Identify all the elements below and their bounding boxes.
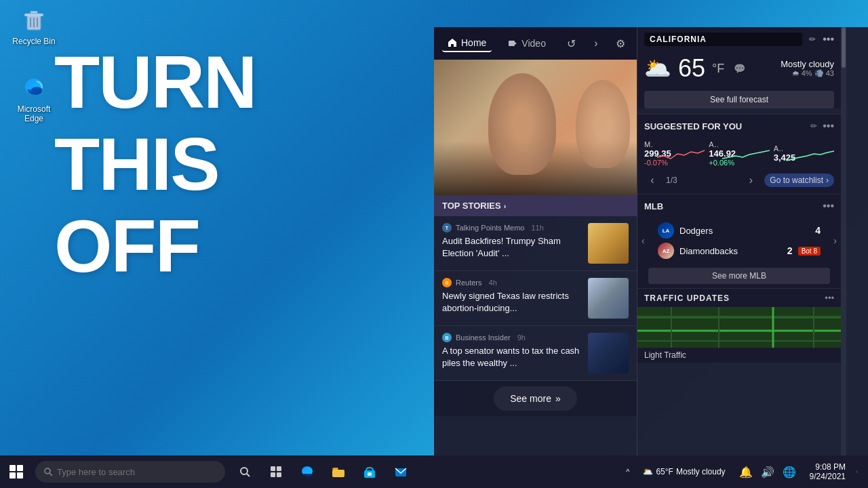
watchlist-arrow-icon: › xyxy=(826,176,829,185)
stock-name-amzn: AMA... xyxy=(774,144,783,152)
forward-button[interactable]: › xyxy=(587,34,606,53)
ms-edge-icon[interactable]: Microsoft Edge xyxy=(7,75,61,123)
stocks-next-button[interactable]: › xyxy=(743,172,759,188)
taskbar-date: 9/24/2021 xyxy=(810,472,846,481)
story-content-3: B Business Insider 9h A top senator want… xyxy=(442,333,581,369)
traffic-status: Light Traffic xyxy=(637,348,841,363)
see-more-button[interactable]: See more » xyxy=(494,386,577,411)
tray-speaker-icon[interactable]: 🔊 xyxy=(758,464,777,480)
taskbar-store-button[interactable] xyxy=(355,458,384,486)
recycle-bin-label: Recycle Bin xyxy=(12,37,55,46)
svg-rect-24 xyxy=(277,472,281,477)
story-source-row-2: R Reuters 4h xyxy=(442,278,581,287)
taskbar-weather-icon: 🌥️ xyxy=(643,467,653,476)
stock-item-amzn[interactable]: AMA... 3,425 xyxy=(774,144,783,163)
weather-desc: Mostly cloudy 🌧 4% 💨 43 xyxy=(781,59,834,78)
taskbar-clock[interactable]: 9:08 PM 9/24/2021 xyxy=(804,460,851,484)
story-source-1: Talking Points Memo xyxy=(456,224,525,232)
traffic-more-button[interactable]: ••• xyxy=(825,293,834,303)
panel-header-actions: ↺ › ⚙ xyxy=(562,34,630,53)
stock-item-msft[interactable]: MICROSOFT ... 299.35 -0.07% xyxy=(644,140,653,167)
traffic-map[interactable] xyxy=(637,307,841,348)
taskbar-explorer-button[interactable] xyxy=(324,458,353,486)
mlb-more-button[interactable]: ••• xyxy=(823,200,834,212)
taskbar-weather[interactable]: 🌥️ 65°F Mostly cloudy xyxy=(637,464,730,479)
tpm-source-dot: T xyxy=(442,223,452,232)
taskbar-temp: 65°F xyxy=(656,467,673,476)
tray-notification-icon[interactable]: 🔔 xyxy=(736,464,755,480)
stock-item-aapl[interactable]: APPLE INC. 146.92 +0.06% xyxy=(709,140,717,167)
weather-detail: 🌧 4% 💨 43 xyxy=(781,69,834,78)
weather-edit-button[interactable]: ✏ xyxy=(805,33,820,45)
stocks-title: SUGGESTED FOR YOU xyxy=(644,121,810,131)
settings-button[interactable]: ⚙ xyxy=(611,34,630,53)
main-news-card[interactable]: CNN 56 mins Two Canadians imprisoned by … xyxy=(434,60,637,195)
desktop-text-line2: THIS xyxy=(54,123,256,205)
tab-home[interactable]: Home xyxy=(442,35,492,52)
story-time-3: 9h xyxy=(517,333,526,342)
recycle-bin-image xyxy=(20,7,47,34)
taskbar-search[interactable] xyxy=(35,461,225,483)
mlb-prev-button[interactable]: ‹ xyxy=(637,232,649,249)
stocks-edit-button[interactable]: ✏ xyxy=(810,121,817,131)
story-content-1: T Talking Points Memo 11h Audit Backfire… xyxy=(442,223,581,260)
show-desktop-button[interactable] xyxy=(856,470,863,473)
story-item-3[interactable]: B Business Insider 9h A top senator want… xyxy=(434,326,637,381)
news-feed: Home Video ↺ › ⚙ CNN xyxy=(434,27,637,461)
taskbar-tray-icons: ^ xyxy=(623,466,632,477)
dbacks-score: 2 xyxy=(787,245,793,256)
story-title-2: Newly signed Texas law restricts abortio… xyxy=(442,290,581,314)
start-button[interactable] xyxy=(0,455,33,488)
stocks-widget: SUGGESTED FOR YOU ✏ ••• MICROSOFT ... 29… xyxy=(637,114,841,194)
news-panel: Home Video ↺ › ⚙ CNN xyxy=(434,27,868,461)
search-icon xyxy=(43,467,53,476)
refresh-button[interactable]: ↺ xyxy=(562,34,581,53)
traffic-header: TRAFFIC UPDATES ••• xyxy=(637,289,841,307)
see-more-mlb: See more MLB xyxy=(637,264,841,288)
weather-forecast-button[interactable]: See full forecast xyxy=(644,91,834,108)
stocks-header: SUGGESTED FOR YOU ✏ ••• xyxy=(637,115,841,138)
story-item-2[interactable]: R Reuters 4h Newly signed Texas law rest… xyxy=(434,271,637,326)
stocks-more-button[interactable]: ••• xyxy=(823,120,834,132)
weather-notify-button[interactable]: 💬 xyxy=(734,63,745,74)
traffic-title: TRAFFIC UPDATES xyxy=(644,293,825,303)
task-view-button[interactable] xyxy=(262,458,290,486)
main-news-image xyxy=(434,60,637,195)
svg-marker-8 xyxy=(515,42,517,45)
story-item-1[interactable]: T Talking Points Memo 11h Audit Backfire… xyxy=(434,216,637,271)
tray-caret-button[interactable]: ^ xyxy=(623,466,632,477)
ms-edge-label: Microsoft Edge xyxy=(7,104,61,123)
top-stories-header[interactable]: TOP STORIES › xyxy=(434,195,637,216)
recycle-bin-icon[interactable]: Recycle Bin xyxy=(7,7,61,46)
stocks-row: MICROSOFT ... 299.35 -0.07% APPLE INC. 1… xyxy=(637,138,841,169)
bi-source-dot: B xyxy=(442,333,452,342)
top-stories-arrow: › xyxy=(504,202,507,210)
dbacks-logo: AZ xyxy=(658,243,674,259)
dodgers-score: 4 xyxy=(815,225,821,236)
story-source-2: Reuters xyxy=(456,279,482,287)
mlb-next-button[interactable]: › xyxy=(829,232,841,249)
taskbar-search-button[interactable] xyxy=(231,458,259,486)
tab-video[interactable]: Video xyxy=(502,35,551,52)
desktop-text-line1: TURN xyxy=(54,41,256,123)
inning-badge: Bot 8 xyxy=(798,247,821,256)
see-more-mlb-button[interactable]: See more MLB xyxy=(648,268,830,284)
svg-point-19 xyxy=(241,468,248,474)
desktop-text: TURN THIS OFF xyxy=(54,41,256,287)
stocks-page: 1/3 xyxy=(666,176,737,185)
weather-unit: °F xyxy=(712,62,724,76)
stocks-prev-button[interactable]: ‹ xyxy=(644,172,660,188)
news-sidebar: CALIFORNIA ✏ ••• 🌥️ 65 °F 💬 Mostly cloud… xyxy=(637,27,841,461)
story-time-1: 11h xyxy=(532,224,544,232)
tray-notification-area: 🔔 🔊 🌐 xyxy=(736,464,799,480)
search-input[interactable] xyxy=(57,467,217,477)
weather-location: CALIFORNIA xyxy=(644,33,802,46)
weather-more-button[interactable]: ••• xyxy=(823,33,834,45)
mlb-teams: LA Dodgers 4 AZ Diamondbacks 2 Bot 8 xyxy=(658,220,821,261)
svg-rect-23 xyxy=(271,472,275,477)
taskbar-mail-button[interactable] xyxy=(387,458,415,486)
taskbar-edge-button[interactable] xyxy=(293,458,321,486)
go-watchlist-button[interactable]: Go to watchlist › xyxy=(764,174,834,187)
panel-scrollbar[interactable] xyxy=(841,27,846,461)
tray-network-icon[interactable]: 🌐 xyxy=(780,464,799,480)
